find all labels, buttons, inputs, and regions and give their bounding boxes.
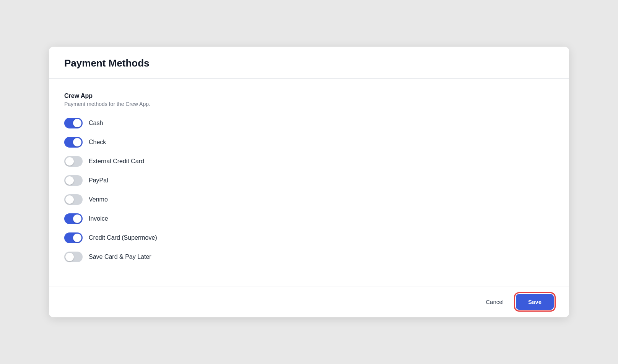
payment-method-label-save_card_pay_later: Save Card & Pay Later [89,253,151,260]
toggle-external_credit_card[interactable] [64,156,83,167]
toggle-invoice[interactable] [64,213,83,224]
payment-method-item-save_card_pay_later: Save Card & Pay Later [64,252,554,262]
toggle-check[interactable] [64,137,83,148]
modal-header: Payment Methods [49,47,569,79]
payment-method-label-invoice: Invoice [89,215,108,222]
payment-method-label-paypal: PayPal [89,177,108,184]
payment-method-label-check: Check [89,139,106,146]
payment-methods-list: CashCheckExternal Credit CardPayPalVenmo… [64,118,554,262]
modal-body: Crew App Payment methods for the Crew Ap… [49,79,569,286]
modal-title: Payment Methods [64,57,554,69]
payment-method-label-external_credit_card: External Credit Card [89,158,144,165]
payment-method-item-check: Check [64,137,554,148]
modal-footer: Cancel Save [49,286,569,317]
payment-methods-modal: Payment Methods Crew App Payment methods… [49,47,569,317]
payment-method-item-external_credit_card: External Credit Card [64,156,554,167]
payment-method-item-invoice: Invoice [64,213,554,224]
payment-method-label-venmo: Venmo [89,196,108,203]
toggle-cash[interactable] [64,118,83,128]
cancel-button[interactable]: Cancel [480,295,510,309]
payment-method-item-cash: Cash [64,118,554,128]
save-button[interactable]: Save [516,294,554,310]
toggle-credit_card_supermove[interactable] [64,232,83,243]
section-description: Payment methods for the Crew App. [64,101,554,107]
toggle-paypal[interactable] [64,175,83,186]
payment-method-label-cash: Cash [89,120,103,127]
toggle-save_card_pay_later[interactable] [64,252,83,262]
payment-method-item-credit_card_supermove: Credit Card (Supermove) [64,232,554,243]
section-name: Crew App [64,93,554,99]
payment-method-item-paypal: PayPal [64,175,554,186]
payment-method-item-venmo: Venmo [64,194,554,205]
toggle-venmo[interactable] [64,194,83,205]
payment-method-label-credit_card_supermove: Credit Card (Supermove) [89,234,157,241]
